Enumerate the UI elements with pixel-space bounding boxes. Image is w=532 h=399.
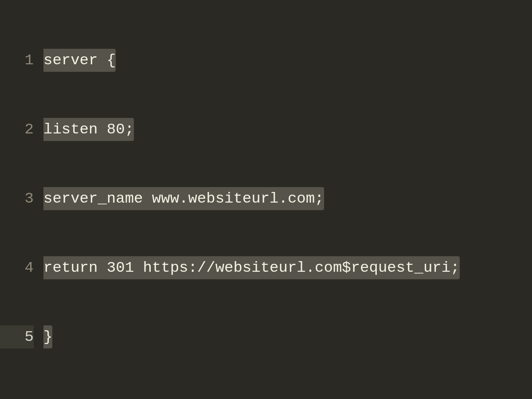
selection: return 301 https://websiteurl.com$reques… [43, 256, 460, 279]
code-line[interactable] [43, 395, 532, 399]
selection: } [43, 325, 52, 348]
code-line[interactable]: listen 80; [43, 118, 532, 141]
line-number-gutter: 1 2 3 4 5 6 7 8 9 10 11 12 13 14 15 16 1… [0, 0, 40, 399]
selection: server { [43, 49, 116, 72]
selection: server_name www.websiteurl.com; [43, 187, 324, 210]
line-number: 6 [0, 395, 34, 399]
selection: listen 80; [43, 118, 134, 141]
line-number: 1 [0, 49, 34, 72]
code-line[interactable]: server { [43, 49, 532, 72]
code-line[interactable]: } [43, 325, 532, 348]
line-number: 3 [0, 187, 34, 210]
line-number-active: 5 [0, 325, 34, 348]
code-line[interactable]: return 301 https://websiteurl.com$reques… [43, 256, 532, 279]
code-line[interactable]: server_name www.websiteurl.com; [43, 187, 532, 210]
line-number: 2 [0, 118, 34, 141]
line-number: 4 [0, 256, 34, 279]
code-editor[interactable]: 1 2 3 4 5 6 7 8 9 10 11 12 13 14 15 16 1… [0, 0, 532, 399]
code-area[interactable]: server { listen 80; server_name www.webs… [40, 0, 532, 399]
